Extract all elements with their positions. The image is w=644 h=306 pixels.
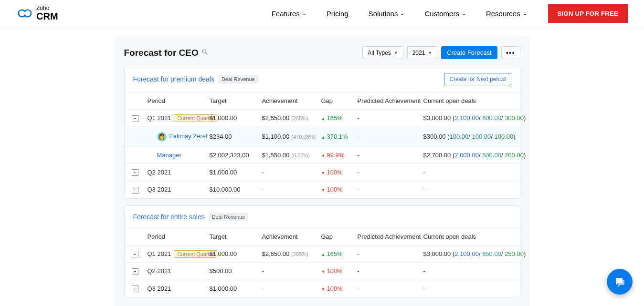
predicted-cell: -: [356, 132, 422, 141]
table-row: + Q2 2021 $1,000.00 - 100% - -: [125, 163, 520, 181]
chat-fab[interactable]: [607, 269, 633, 295]
revenue-badge: Deal Revenue: [209, 213, 249, 221]
achievement-cell: -: [260, 185, 319, 194]
predicted-cell: -: [356, 113, 422, 122]
main-nav: Features⌄ Pricing Solutions⌄ Customers⌄ …: [272, 10, 527, 18]
more-button[interactable]: •••: [501, 46, 520, 59]
nav-pricing[interactable]: Pricing: [327, 10, 348, 18]
forecast-table: Period Target Achievement Gap Predicted …: [125, 92, 520, 198]
predicted-cell: -: [356, 185, 422, 194]
period-cell: Q1 2021Current Quarter: [146, 113, 208, 122]
avatar: 👩: [157, 132, 167, 142]
forecast-panel: Forecast for CEO All Types▼ 2021▼ Create…: [115, 37, 530, 306]
col-achievement: Achievement: [260, 96, 319, 105]
expand-icon[interactable]: +: [132, 286, 138, 292]
table-row: + Q1 2021Current Quarter $1,000.00 $2,65…: [125, 245, 520, 263]
achievement-cell: -: [260, 266, 319, 275]
table-row: − Q1 2021Current Quarter $1,000.00 $2,65…: [125, 109, 520, 127]
nav-features[interactable]: Features⌄: [272, 10, 306, 18]
open-deals-cell: -: [422, 168, 518, 177]
logo-crm: CRM: [36, 11, 58, 21]
col-target: Target: [208, 96, 260, 105]
chevron-down-icon: ⌄: [462, 10, 466, 17]
table-row: Manager $2,002,323.00 $1,550.00(0.07%) 9…: [125, 146, 520, 163]
achievement-cell: -: [260, 284, 319, 293]
table-header: Period Target Achievement Gap Predicted …: [125, 228, 520, 245]
logo[interactable]: Zoho CRM: [16, 5, 58, 21]
col-open-deals: Current open deals: [422, 232, 518, 241]
achievement-cell: $2,650.00(265%): [260, 113, 319, 122]
create-forecast-button[interactable]: Create Forecast: [441, 46, 497, 59]
forecast-table: Period Target Achievement Gap Predicted …: [125, 228, 520, 297]
achievement-cell: $1,550.00(0.07%): [260, 151, 319, 160]
gap-cell: 165%: [319, 249, 356, 258]
create-next-period-button[interactable]: Create for Next period: [444, 73, 511, 85]
target-cell: $500.00: [208, 266, 260, 275]
filter-year[interactable]: 2021▼: [407, 46, 438, 59]
open-deals-cell: -: [422, 266, 518, 275]
open-deals-cell: $3,000.00 (2,100.00/ 650.00/ 250.00): [422, 249, 528, 258]
card-header: Forecast for entire sales Deal Revenue: [125, 206, 520, 228]
col-target: Target: [208, 232, 260, 241]
chat-icon: [614, 276, 625, 287]
caret-down-icon: ▼: [428, 51, 432, 55]
svg-point-0: [202, 50, 206, 53]
forecast-card-entire: Forecast for entire sales Deal Revenue P…: [124, 205, 520, 298]
col-predicted: Predicted Achievement: [356, 96, 422, 105]
col-open-deals: Current open deals: [422, 96, 518, 105]
search-icon[interactable]: [201, 49, 208, 57]
user-cell[interactable]: 👩Fatimay Zeref: [146, 131, 208, 143]
expand-icon[interactable]: +: [132, 169, 138, 176]
panel-actions: All Types▼ 2021▼ Create Forecast •••: [362, 46, 520, 59]
table-row: + Q3 2021 $1,000.00 - 100% - -: [125, 280, 520, 297]
col-gap: Gap: [319, 96, 356, 105]
predicted-cell: -: [356, 249, 422, 258]
role-cell[interactable]: Manager: [146, 151, 208, 160]
table-row: + Q2 2021 $500.00 - 100% - -: [125, 262, 520, 280]
filter-type[interactable]: All Types▼: [362, 46, 403, 59]
expand-icon[interactable]: +: [132, 251, 138, 257]
gap-cell: 100%: [319, 284, 356, 293]
target-cell: $1,000.00: [208, 168, 260, 177]
achievement-cell: $2,650.00(265%): [260, 249, 319, 258]
revenue-badge: Deal Revenue: [218, 75, 258, 83]
predicted-cell: -: [356, 168, 422, 177]
period-cell: Q3 2021: [146, 185, 208, 194]
col-achievement: Achievement: [260, 232, 319, 241]
open-deals-cell: $300.00 (100.00/ 100.00/ 100.00): [422, 132, 518, 141]
card-title[interactable]: Forecast for entire sales: [133, 213, 205, 221]
logo-icon: [16, 7, 32, 20]
collapse-icon[interactable]: −: [132, 115, 138, 122]
open-deals-cell: -: [422, 185, 518, 194]
nav-solutions[interactable]: Solutions⌄: [369, 10, 405, 18]
signup-button[interactable]: SIGN UP FOR FREE: [548, 4, 628, 23]
expand-icon[interactable]: +: [132, 268, 138, 275]
open-deals-cell: $3,000.00 (2,100.00/ 600.00/ 300.00): [422, 113, 528, 122]
period-cell: Q2 2021: [146, 266, 208, 275]
col-period: Period: [146, 96, 208, 105]
panel-header: Forecast for CEO All Types▼ 2021▼ Create…: [115, 42, 530, 66]
table-row: 👩Fatimay Zeref $234.00 $1,100.00(470.08%…: [125, 127, 520, 146]
gap-cell: 99.9%: [319, 151, 356, 160]
table-header: Period Target Achievement Gap Predicted …: [125, 92, 520, 109]
logo-zoho: Zoho: [36, 5, 58, 11]
predicted-cell: -: [356, 266, 422, 275]
target-cell: $10,000.00: [208, 185, 260, 194]
forecast-card-premium: Forecast for premium deals Deal Revenue …: [124, 66, 520, 199]
col-predicted: Predicted Achievement: [356, 232, 422, 241]
period-cell: Q1 2021Current Quarter: [146, 249, 208, 258]
gap-cell: 100%: [319, 266, 356, 275]
chevron-down-icon: ⌄: [400, 10, 404, 17]
nav-customers[interactable]: Customers⌄: [424, 10, 466, 18]
predicted-cell: -: [356, 284, 422, 293]
nav-resources[interactable]: Resources⌄: [486, 10, 527, 18]
card-title[interactable]: Forecast for premium deals: [133, 75, 214, 83]
col-gap: Gap: [319, 232, 356, 241]
open-deals-cell: -: [422, 284, 518, 293]
chevron-down-icon: ⌄: [523, 10, 527, 17]
gap-cell: 100%: [319, 185, 356, 194]
target-cell: $1,000.00: [208, 113, 260, 122]
page-title: Forecast for CEO: [124, 48, 208, 58]
expand-icon[interactable]: +: [132, 187, 138, 194]
gap-cell: 100%: [319, 168, 356, 177]
